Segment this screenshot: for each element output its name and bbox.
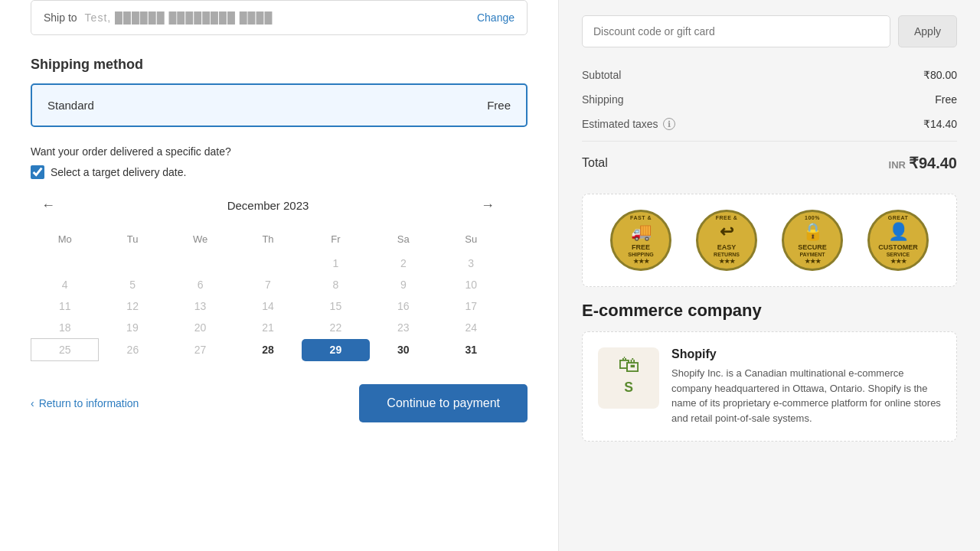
summary-divider [582, 141, 957, 142]
ecommerce-section: E-commerce company 🛍 S Shopify Shopify I… [582, 301, 957, 442]
week-5: 25 26 27 28 29 30 31 [31, 339, 505, 361]
week-1: 1 2 3 [31, 253, 505, 274]
cal-empty [99, 253, 166, 274]
discount-row: Apply [582, 15, 957, 47]
taxes-value: ₹14.40 [923, 118, 957, 130]
trust-badges: FAST & 🚚 FREE SHIPPING ★★★ FREE & ↩ EASY… [582, 194, 957, 287]
customer-service-badge: GREAT 👤 CUSTOMER SERVICE ★★★ [867, 210, 929, 271]
taxes-label: Estimated taxes ℹ [582, 118, 675, 130]
shipping-icon: 🚚 [631, 222, 652, 242]
cal-empty [166, 253, 234, 274]
subtotal-label: Subtotal [582, 69, 621, 81]
cal-empty [31, 253, 99, 274]
day-sa: Sa [370, 229, 437, 253]
free-easy-returns-badge: FREE & ↩ EASY RETURNS ★★★ [696, 210, 757, 271]
bottom-actions: ‹ Return to information Continue to paym… [31, 384, 528, 422]
delivery-checkbox[interactable] [31, 165, 44, 179]
cal-day-23[interactable]: 23 [370, 317, 437, 339]
cal-day-2[interactable]: 2 [370, 253, 437, 274]
prev-month-button[interactable]: ← [35, 194, 61, 217]
day-fr: Fr [302, 229, 369, 253]
calendar: ← December 2023 → Mo Tu We Th Fr Sa Su [31, 194, 505, 361]
badge-circle-shipping: FAST & 🚚 FREE SHIPPING ★★★ [610, 210, 671, 271]
cal-day-20[interactable]: 20 [166, 317, 234, 339]
shipping-option-name: Standard [47, 99, 94, 112]
left-panel: Ship to Test, ██████ ████████ ████ Chang… [0, 0, 559, 551]
right-panel: Apply Subtotal ₹80.00 Shipping Free Esti… [559, 0, 980, 551]
cal-day-29[interactable]: 29 [302, 339, 369, 361]
day-su: Su [437, 229, 505, 253]
badge-circle-returns: FREE & ↩ EASY RETURNS ★★★ [696, 210, 757, 271]
chevron-left-icon: ‹ [31, 397, 34, 409]
cal-day-3[interactable]: 3 [437, 253, 505, 274]
cal-day-17[interactable]: 17 [437, 295, 505, 317]
shopify-box: 🛍 S Shopify Shopify Inc. is a Canadian m… [582, 331, 957, 442]
cal-day-14[interactable]: 14 [234, 295, 302, 317]
ship-to-value: Test, ██████ ████████ ████ [85, 11, 273, 24]
cal-day-24[interactable]: 24 [437, 317, 505, 339]
shipping-option-price: Free [487, 99, 511, 112]
return-to-information-link[interactable]: ‹ Return to information [31, 397, 139, 409]
day-tu: Tu [99, 229, 166, 253]
cal-day-28[interactable]: 28 [234, 339, 302, 361]
cal-day-18[interactable]: 18 [31, 317, 99, 339]
cal-day-25[interactable]: 25 [31, 339, 99, 361]
cal-day-13[interactable]: 13 [166, 295, 234, 317]
continue-to-payment-button[interactable]: Continue to payment [359, 384, 528, 422]
cal-day-27[interactable]: 27 [166, 339, 234, 361]
cal-day-12[interactable]: 12 [99, 295, 166, 317]
badge-circle-service: GREAT 👤 CUSTOMER SERVICE ★★★ [867, 210, 929, 271]
ship-to-box: Ship to Test, ██████ ████████ ████ Chang… [31, 0, 528, 35]
week-2: 4 5 6 7 8 9 10 [31, 274, 505, 295]
calendar-month: December 2023 [227, 199, 309, 212]
day-mo: Mo [31, 229, 99, 253]
cal-day-15[interactable]: 15 [302, 295, 369, 317]
cal-day-10[interactable]: 10 [437, 274, 505, 295]
cal-day-30[interactable]: 30 [370, 339, 437, 361]
cal-day-19[interactable]: 19 [99, 317, 166, 339]
svg-text:🛍: 🛍 [618, 352, 640, 377]
shipping-label: Shipping [582, 93, 624, 106]
subtotal-row: Subtotal ₹80.00 [582, 63, 957, 87]
cal-day-5[interactable]: 5 [99, 274, 166, 295]
cal-day-9[interactable]: 9 [370, 274, 437, 295]
cal-day-6[interactable]: 6 [166, 274, 234, 295]
week-3: 11 12 13 14 15 16 17 [31, 295, 505, 317]
badge-circle-payment: 100% 🔒 SECURE PAYMENT ★★★ [782, 210, 843, 271]
day-we: We [166, 229, 234, 253]
shopify-content: Shopify Shopify Inc. is a Canadian multi… [671, 347, 941, 425]
cal-day-16[interactable]: 16 [370, 295, 437, 317]
cal-day-7[interactable]: 7 [234, 274, 302, 295]
cal-day-21[interactable]: 21 [234, 317, 302, 339]
cal-empty [234, 253, 302, 274]
taxes-row: Estimated taxes ℹ ₹14.40 [582, 112, 957, 136]
shipping-method-section: Shipping method Standard Free [31, 57, 528, 127]
change-link[interactable]: Change [477, 11, 514, 24]
delivery-section: Want your order delivered a specific dat… [31, 145, 528, 361]
discount-input[interactable] [582, 15, 890, 47]
delivery-question: Want your order delivered a specific dat… [31, 145, 528, 158]
shipping-option[interactable]: Standard Free [31, 83, 528, 127]
checkbox-row: Select a target delivery date. [31, 165, 528, 179]
next-month-button[interactable]: → [475, 194, 501, 217]
cal-day-4[interactable]: 4 [31, 274, 99, 295]
cal-day-1[interactable]: 1 [302, 253, 369, 274]
total-value: INR₹94.40 [889, 154, 957, 172]
ship-to-label: Ship to [44, 11, 77, 24]
order-summary: Subtotal ₹80.00 Shipping Free Estimated … [582, 63, 957, 180]
cal-day-31[interactable]: 31 [437, 339, 505, 361]
service-icon: 👤 [888, 222, 909, 242]
cal-day-22[interactable]: 22 [302, 317, 369, 339]
ship-to-left: Ship to Test, ██████ ████████ ████ [44, 11, 273, 24]
cal-day-11[interactable]: 11 [31, 295, 99, 317]
cal-day-26[interactable]: 26 [99, 339, 166, 361]
taxes-info-icon[interactable]: ℹ [663, 118, 675, 130]
cal-day-8[interactable]: 8 [302, 274, 369, 295]
shopify-logo-icon: 🛍 S [598, 347, 659, 409]
apply-button[interactable]: Apply [898, 15, 957, 47]
calendar-days-header: Mo Tu We Th Fr Sa Su [31, 229, 505, 253]
returns-icon: ↩ [720, 222, 733, 242]
calendar-grid: Mo Tu We Th Fr Sa Su 1 [31, 229, 505, 361]
shopify-description: Shopify Inc. is a Canadian multinational… [671, 366, 941, 425]
shipping-value: Free [935, 93, 957, 106]
